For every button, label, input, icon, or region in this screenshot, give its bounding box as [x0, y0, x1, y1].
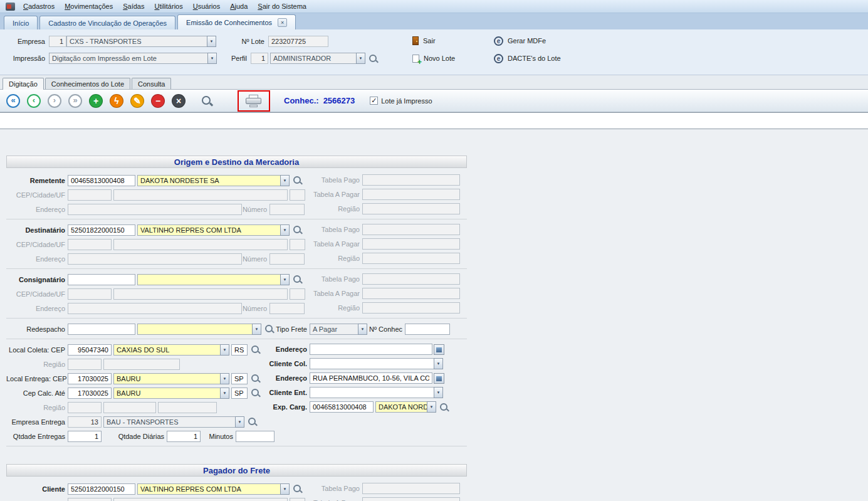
edit-record-icon[interactable]: ✎ [130, 94, 144, 108]
menu-usuarios[interactable]: Usuários [188, 1, 225, 12]
sair-button[interactable]: Sair [412, 35, 436, 46]
local-entrega-uf-field[interactable] [231, 373, 248, 384]
nav-last-icon[interactable]: » [68, 94, 82, 108]
cliente-search-icon[interactable] [293, 483, 303, 494]
local-entrega-cep-field[interactable] [68, 373, 112, 384]
novo-lote-button[interactable]: Novo Lote [412, 53, 455, 64]
tipo-frete-combo[interactable]: A Pagar ▼ [310, 324, 367, 335]
cliente-col-combo[interactable]: ▼ [310, 358, 443, 369]
chevron-down-icon[interactable]: ▼ [252, 324, 261, 335]
empresa-entrega-search-icon[interactable] [248, 416, 258, 427]
chevron-down-icon[interactable]: ▼ [235, 416, 244, 428]
menu-ajuda[interactable]: Ajuda [225, 1, 253, 12]
nav-prior-icon[interactable]: ‹ [27, 94, 41, 108]
subtab-conhecimentos-do-lote[interactable]: Conhecimentos do Lote [45, 78, 130, 89]
empresa-entrega-combo[interactable]: BAU - TRANSPORTES ▼ [103, 416, 244, 428]
menu-movimentacoes[interactable]: Movimentações [60, 1, 118, 12]
coleta-endereco-field[interactable] [310, 344, 432, 355]
local-coleta-cep-field[interactable] [68, 344, 112, 356]
menu-sair-do-sistema[interactable]: Sair do Sistema [253, 1, 311, 12]
tab-inicio[interactable]: Início [4, 16, 38, 29]
n-conhec-field[interactable] [405, 324, 450, 335]
impressao-combo[interactable]: Digitação com Impressão em Lote ▼ [49, 53, 217, 64]
destinatario-search-icon[interactable] [293, 224, 303, 235]
chevron-down-icon[interactable]: ▼ [280, 175, 290, 186]
chevron-down-icon[interactable]: ▼ [207, 36, 216, 47]
lote-impresso-checkbox[interactable]: ✓ [370, 97, 378, 105]
redespacho-search-icon[interactable] [264, 324, 275, 334]
remetente-combo[interactable]: DAKOTA NORDESTE SA ▼ [137, 175, 290, 186]
local-entrega-search-icon[interactable] [251, 373, 261, 384]
cliente-combo[interactable]: VALTINHO REPRES COM LTDA ▼ [137, 483, 290, 495]
remetente-search-icon[interactable] [293, 175, 303, 186]
local-coleta-uf-field[interactable] [231, 344, 248, 356]
remetente-code-field[interactable] [68, 175, 135, 186]
consignatario-code-field[interactable] [68, 274, 135, 285]
mdfe-icon: e [494, 36, 503, 46]
empresa-code-field[interactable] [49, 36, 66, 47]
chevron-down-icon[interactable]: ▼ [220, 373, 229, 384]
redespacho-code-field[interactable] [68, 324, 135, 335]
chevron-down-icon[interactable]: ▼ [427, 401, 436, 413]
consignatario-combo[interactable]: ▼ [137, 274, 290, 285]
tab-close-icon[interactable]: × [278, 18, 287, 27]
chevron-down-icon[interactable]: ▼ [207, 53, 217, 64]
chevron-down-icon[interactable]: ▼ [280, 483, 290, 495]
tab-emissao-label: Emissão de Conhecimentos [186, 19, 272, 26]
local-coleta-search-icon[interactable] [251, 344, 261, 355]
exp-carg-search-icon[interactable] [439, 402, 449, 413]
local-coleta-cidade-combo[interactable]: CAXIAS DO SUL ▼ [113, 344, 229, 356]
destinatario-combo[interactable]: VALTINHO REPRES COM LTDA ▼ [137, 224, 290, 236]
chevron-down-icon[interactable]: ▼ [220, 388, 229, 399]
nav-first-icon[interactable]: « [6, 94, 20, 108]
chevron-down-icon[interactable]: ▼ [356, 53, 365, 64]
search-icon[interactable] [201, 95, 214, 107]
menu-utilitarios[interactable]: Utilitários [149, 1, 187, 12]
post-record-icon[interactable]: ϟ [110, 94, 123, 108]
cancel-record-icon[interactable]: × [172, 94, 186, 108]
chevron-down-icon[interactable]: ▼ [434, 387, 443, 398]
subtab-consulta[interactable]: Consulta [132, 78, 171, 89]
cep-calc-cidade-combo[interactable]: BAURU ▼ [113, 388, 229, 399]
destinatario-code-field[interactable] [68, 224, 135, 236]
perfil-search-icon[interactable] [369, 53, 379, 64]
gerar-mdfe-button[interactable]: e Gerar MDFe [494, 35, 546, 46]
observation-entry-field[interactable] [0, 112, 868, 129]
subtab-digitacao[interactable]: Digitação [3, 78, 44, 90]
delete-record-icon[interactable]: − [151, 94, 165, 108]
chevron-down-icon[interactable]: ▼ [280, 224, 290, 236]
consignatario-search-icon[interactable] [293, 274, 303, 285]
entrega-endereco-lookup-icon[interactable] [434, 373, 444, 384]
lote-field[interactable] [268, 36, 328, 47]
qtdade-diarias-field[interactable] [167, 431, 201, 442]
local-entrega-cidade-combo[interactable]: BAURU ▼ [113, 373, 229, 384]
entrega-endereco-field[interactable] [310, 372, 432, 384]
chevron-down-icon[interactable]: ▼ [434, 358, 443, 369]
qtdade-entregas-field[interactable] [68, 431, 102, 442]
coleta-endereco-lookup-icon[interactable] [434, 344, 444, 355]
tab-emissao[interactable]: Emissão de Conhecimentos × [177, 14, 296, 29]
dacte-button[interactable]: e DACTE's do Lote [494, 53, 561, 64]
lote-impresso-checkbox-group[interactable]: ✓ Lote já Impresso [370, 97, 432, 105]
cliente-ent-combo[interactable]: ▼ [310, 387, 443, 398]
exp-carg-code-field[interactable] [310, 401, 374, 413]
cep-calc-search-icon[interactable] [251, 388, 261, 398]
chevron-down-icon[interactable]: ▼ [220, 344, 229, 356]
empresa-combo[interactable]: CXS - TRANSPORTES ▼ [66, 36, 216, 47]
add-record-icon[interactable]: + [89, 94, 103, 108]
tab-vinculacao[interactable]: Cadastro de Vinculação de Operações [39, 16, 175, 29]
chevron-down-icon[interactable]: ▼ [280, 274, 290, 285]
print-icon[interactable] [246, 95, 262, 107]
nav-next-icon[interactable]: › [48, 94, 61, 108]
menu-saidas[interactable]: Saídas [118, 1, 149, 12]
cliente-code-field[interactable] [68, 483, 135, 495]
perfil-code-field[interactable] [251, 53, 268, 64]
chevron-down-icon[interactable]: ▼ [358, 324, 367, 335]
minutos-field[interactable] [236, 431, 275, 442]
menu-cadastros[interactable]: Cadastros [18, 1, 60, 12]
perfil-combo[interactable]: ADMINISTRADOR ▼ [270, 53, 365, 64]
cep-calc-cep-field[interactable] [68, 388, 112, 399]
cep-calc-uf-field[interactable] [231, 388, 248, 399]
redespacho-combo[interactable]: ▼ [137, 324, 261, 335]
exp-carg-combo[interactable]: DAKOTA NORDES ▼ [375, 401, 436, 413]
